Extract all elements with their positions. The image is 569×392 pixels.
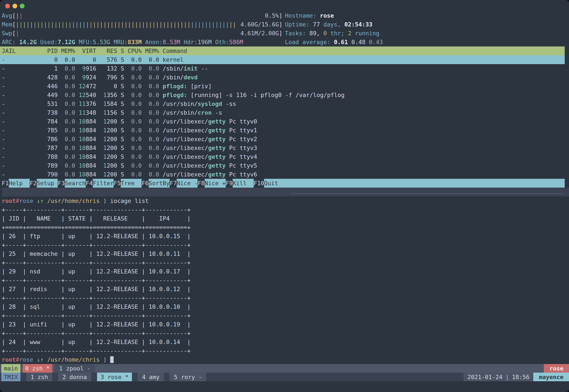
session-badge-main[interactable]: main [1,364,20,373]
window-tab-3-rose-active[interactable]: 3 rose * [97,373,132,381]
meter-bars: || [16,11,23,20]
text-segment [75,127,79,134]
process-row-785[interactable]: - 785 0.0 10884 1200 S 0.0 0.0 /usr/libe… [0,126,569,135]
window-tab-2-donna[interactable]: 2 donna [58,373,91,381]
text-segment: 0.0 0.0 [124,65,159,72]
window-tab-zpool[interactable]: 1 zpool - [55,364,95,373]
text-segment: - 785 [2,127,58,134]
fkey-F4[interactable]: F4 [86,179,93,188]
fkey-label-F8[interactable]: Nice + [205,179,226,188]
text-segment [75,145,79,151]
window-tab-5-rory[interactable]: 5 rory - [170,373,206,381]
process-row-787[interactable]: - 787 0.0 10884 1200 S 0.0 0.0 /usr/libe… [0,143,569,152]
zoom-button[interactable] [20,4,25,8]
text-segment: /usr/libexec/ [159,145,208,151]
text-segment: 884 [86,145,103,151]
text-segment: 1 [103,171,107,178]
text-segment: 0.61 [334,39,348,45]
fkey-label-F4[interactable]: Filter [93,179,114,188]
prompt-symbol: ⟩ [100,197,110,204]
text-segment: - 449 [2,92,58,98]
process-row-531[interactable]: - 531 0.0 11376 1584 S 0.0 0.0 /usr/sbin… [0,99,569,108]
text-segment [75,118,79,125]
jail-table-border: +-----+----------+-------+--------------… [0,240,569,249]
session-badge-tmix[interactable]: TMIX [1,373,20,381]
fkey-label-F1[interactable]: Help [9,179,30,188]
window-tab-1-zsh[interactable]: 1 zsh [26,373,52,381]
text-segment: 0.0 0.0 [124,154,159,160]
text-segment: getty [208,162,226,169]
jail-table-border: +-----+----------+-------+--------------… [0,346,569,355]
text-segment: 200 S [107,154,124,160]
process-row-1[interactable]: - 1 0.0 9916 132 S 0.0 0.0 /sbin/init -- [0,64,569,73]
text-segment: 0.0 0.0 [124,127,159,134]
text-segment: 10 [79,118,86,125]
fkey-F5[interactable]: F5 [114,179,121,188]
text-segment: ||||||||||| [191,21,229,28]
prompt-user: root [2,356,16,363]
text-segment: 0.0 0.0 [124,145,159,151]
fkey-F7[interactable]: F7 [170,179,177,188]
fkey-F6[interactable]: F6 [142,179,149,188]
swp-meter-bar: |4.61M/2.00G [16,29,279,38]
uptime-info: Uptime: 77 days, 02:54:33 [285,20,372,29]
text-segment [75,136,79,142]
text-segment: 884 [86,162,103,169]
fkey-label-F7[interactable]: Nice - [177,179,198,188]
close-button[interactable] [5,4,10,8]
process-row-428[interactable]: - 428 0.0 9924 796 S 0.0 0.0 /sbin/devd [0,73,569,82]
process-row-446[interactable]: - 446 0.0 12472 0 S 0.0 0.0 pflogd: [pri… [0,82,569,91]
fkey-F10[interactable]: F10 [254,179,264,188]
text-segment: +-----+----------+-------+--------------… [2,277,191,284]
text-segment: thr; [327,30,348,37]
hostname-value: rose [320,12,334,19]
fkey-label-F6[interactable]: SortBy [149,179,170,188]
fkey-F2[interactable]: F2 [30,179,37,188]
text-segment: Uptime: [285,21,313,28]
text-segment: 0.0 [58,65,75,72]
prompt-host: rose [19,197,33,204]
text-segment [33,197,37,204]
fkey-F8[interactable]: F8 [198,179,205,188]
process-row-selected[interactable]: - 0 0.0 0 576 S 0.0 0.0 kernel [0,55,565,64]
text-segment: Pc ttyv3 [226,145,257,151]
process-row-790[interactable]: - 790 0.0 10884 1200 S 0.0 0.0 /usr/libe… [0,170,569,179]
text-segment: |||||||||||||||||||||||||||| [93,21,191,28]
fkey-label-F5[interactable]: Tree [121,179,142,188]
fkey-label-F9[interactable]: Kill [233,179,254,188]
prompt-symbol: ⟩ [100,356,110,363]
text-segment [75,171,79,178]
fkey-F3[interactable]: F3 [58,179,65,188]
htop-columns-header[interactable]: JAIL PID MEM% VIRT RES S CPU% MEM% Comma… [0,46,565,55]
meter-bars: | [16,29,19,38]
minimize-button[interactable] [13,4,17,8]
text-segment: Tasks: [285,30,310,37]
text-segment: | 25 | memcache | up | 12.2-RELEASE | 10… [2,251,191,257]
process-row-789[interactable]: - 789 0.0 10884 1200 S 0.0 0.0 /usr/libe… [0,161,569,170]
text-segment: MRU: [110,39,128,45]
text-segment: 1 [103,118,107,125]
process-row-788[interactable]: - 788 0.0 10884 1200 S 0.0 0.0 /usr/libe… [0,152,569,161]
text-segment: # [16,197,19,204]
process-row-449[interactable]: - 449 0.0 12540 1356 S 0.0 0.0 pflogd: [… [0,91,569,99]
fkey-label-F10[interactable]: Quit [264,179,565,188]
window-tab-zsh-active[interactable]: 0 zsh * [23,364,52,373]
text-segment: Load average: [285,39,334,45]
text-segment: 5.53G [93,39,110,45]
jail-table-border: +-----+----------+-------+--------------… [0,329,569,337]
text-segment: 0.48 [348,39,365,45]
fkey-label-F3[interactable]: Search [65,179,86,188]
text-segment: getty [208,136,226,142]
fkey-F1[interactable]: F1 [2,179,9,188]
text-segment: /usr/libexec/ [159,171,208,178]
fkey-label-F2[interactable]: Setup [37,179,58,188]
window-tab-4-amy[interactable]: 4 amy [138,373,164,381]
text-segment: Oth: [212,39,229,45]
fkey-F9[interactable]: F9 [226,179,233,188]
text-segment: 0.0 [58,171,75,178]
text-segment: 0.0 [58,162,75,169]
process-row-738[interactable]: - 738 0.0 11348 1156 S 0.0 0.0 /usr/sbin… [0,108,569,117]
process-row-784[interactable]: - 784 0.0 10884 1200 S 0.0 0.0 /usr/libe… [0,117,569,126]
process-row-786[interactable]: - 786 0.0 10884 1200 S 0.0 0.0 /usr/libe… [0,135,569,143]
text-segment [44,197,47,204]
